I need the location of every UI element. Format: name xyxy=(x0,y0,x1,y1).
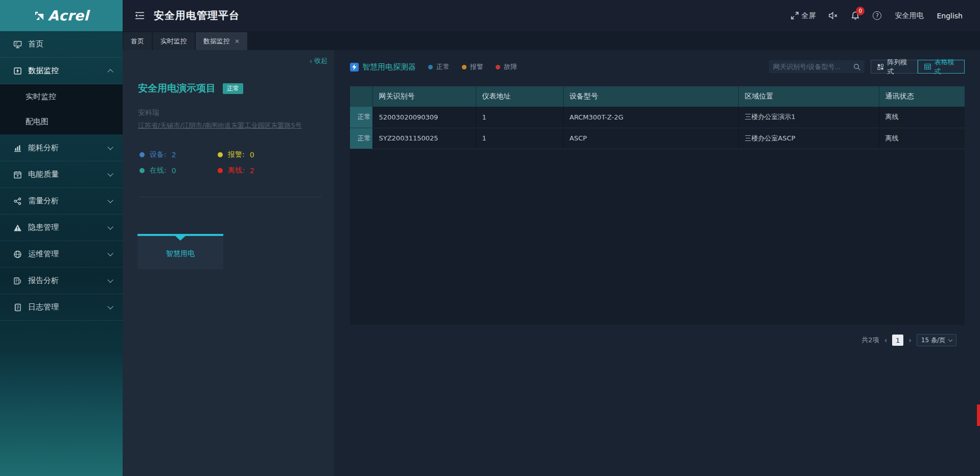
tab-close-icon[interactable]: ✕ xyxy=(235,38,240,45)
fullscreen-button[interactable]: 全屏 xyxy=(791,11,815,20)
array-grid-icon xyxy=(877,63,883,70)
stat-alarms: 报警: 0 xyxy=(218,150,308,159)
table-row[interactable]: 正常 52003020090309 1 ARCM300T-Z-2G 三楼办公室演… xyxy=(350,107,965,128)
tab-label: 实时监控 xyxy=(160,37,187,46)
gateway-tab-label: 智慧用电 xyxy=(137,249,223,258)
sidebar-item-ops-management[interactable]: 运维管理 xyxy=(0,241,123,268)
sidebar-item-label: 日志管理 xyxy=(28,302,102,312)
chevron-down-icon xyxy=(107,197,113,203)
sidebar-item-label: 首页 xyxy=(28,39,112,49)
offline-dot-icon xyxy=(218,168,223,173)
notification-badge: 0 xyxy=(856,7,865,15)
chevron-down-icon xyxy=(107,303,113,309)
collapse-panel-button[interactable]: ‹ 收起 xyxy=(310,56,328,65)
column-status xyxy=(350,86,372,107)
stat-value: 0 xyxy=(172,166,176,175)
sidebar-item-label: 能耗分析 xyxy=(28,143,102,153)
sidebar: 首页 数据监控 实时监控 配电图 能耗分析 电能质量 需量分析 xyxy=(0,31,123,476)
table-mode-button[interactable]: 表格模式 xyxy=(918,60,965,74)
sidebar-item-data-monitor[interactable]: 数据监控 xyxy=(0,58,123,84)
sidebar-item-label: 数据监控 xyxy=(28,66,102,76)
column-device-model: 设备型号 xyxy=(563,86,738,107)
status-legend: 正常 报警 故障 xyxy=(428,62,517,72)
language-switch[interactable]: English xyxy=(937,12,963,20)
sidebar-item-report-analysis[interactable]: 报告分析 xyxy=(0,268,123,294)
sidebar-item-distribution-diagram[interactable]: 配电图 xyxy=(0,109,123,134)
sidebar-item-power-quality[interactable]: 电能质量 xyxy=(0,161,123,188)
cell-device-model: ASCP xyxy=(563,128,738,149)
stat-label: 在线: xyxy=(150,166,167,175)
search-box xyxy=(769,60,865,73)
legend-normal: 正常 xyxy=(428,62,450,72)
chevron-down-icon xyxy=(107,277,113,282)
divider xyxy=(139,197,322,197)
prev-page-button[interactable]: ‹ xyxy=(884,337,888,344)
column-meter-address: 仪表地址 xyxy=(476,86,563,107)
current-page-button[interactable]: 1 xyxy=(892,335,903,346)
sidebar-item-log-management[interactable]: 日志管理 xyxy=(0,294,123,321)
fullscreen-icon xyxy=(791,12,799,19)
column-gateway-id: 网关识别号 xyxy=(372,86,476,107)
sidebar-item-demand-analysis[interactable]: 需量分析 xyxy=(0,188,123,215)
section-title: 智慧用电探测器 xyxy=(362,62,416,72)
search-icon[interactable] xyxy=(853,63,860,70)
share-nodes-icon xyxy=(13,197,22,205)
scrollbar-thumb[interactable] xyxy=(977,404,980,426)
cell-comm-status: 离线 xyxy=(879,107,965,128)
table-row[interactable]: 正常 SYZ20031150025 1 ASCP 三楼办公室ASCP 离线 xyxy=(350,128,965,149)
sidebar-item-label: 需量分析 xyxy=(28,196,102,206)
cell-meter-address: 1 xyxy=(476,128,563,149)
device-dot-icon xyxy=(139,152,145,157)
legend-label: 正常 xyxy=(436,62,450,72)
chevron-left-icon: ‹ xyxy=(310,57,312,65)
sidebar-item-home[interactable]: 首页 xyxy=(0,31,123,58)
tab-smart-electricity[interactable]: 智慧用电 xyxy=(137,234,223,269)
sidebar-item-realtime-monitor[interactable]: 实时监控 xyxy=(0,84,123,109)
log-icon xyxy=(13,303,22,312)
calendar-icon xyxy=(13,170,22,179)
stat-devices: 设备: 2 xyxy=(139,150,218,159)
mode-label: 表格模式 xyxy=(935,58,958,76)
mute-button[interactable] xyxy=(829,12,838,19)
legend-label: 报警 xyxy=(470,62,483,72)
page-size-label: 15 条/页 xyxy=(921,336,945,345)
top-header: Acrel 安全用电管理平台 全屏 0 ? xyxy=(0,0,980,31)
next-page-button[interactable]: › xyxy=(908,337,912,344)
tab-realtime-monitor[interactable]: 实时监控 xyxy=(153,32,195,50)
collapse-label: 收起 xyxy=(314,56,328,65)
legend-fault: 故障 xyxy=(496,62,517,72)
acrel-logo: Acrel xyxy=(0,0,123,31)
table-grid-icon xyxy=(924,63,931,70)
notifications-button[interactable]: 0 xyxy=(851,11,859,20)
stat-label: 设备: xyxy=(150,150,167,159)
stat-value: 2 xyxy=(172,151,176,159)
question-icon: ? xyxy=(873,11,881,20)
legend-label: 故障 xyxy=(504,62,517,72)
tab-home[interactable]: 首页 xyxy=(123,32,152,50)
acrel-logo-text: Acrel xyxy=(48,8,89,23)
project-panel: ‹ 收起 安全用电演示项目 正常 安科瑞 江苏省/无锡市/江阴市/南闸街道东盟工… xyxy=(123,50,334,476)
warning-icon xyxy=(13,223,22,232)
page-size-select[interactable]: 15 条/页 xyxy=(917,334,956,346)
chevron-down-icon xyxy=(948,337,952,341)
tab-data-monitor[interactable]: 数据监控 ✕ xyxy=(196,32,247,50)
search-input[interactable] xyxy=(773,63,850,70)
row-status-badge: 正常 xyxy=(350,107,372,128)
sidebar-item-energy-analysis[interactable]: 能耗分析 xyxy=(0,135,123,161)
project-stats: 设备: 2 报警: 0 在线: 0 离线: 2 xyxy=(139,150,308,175)
cell-device-model: ARCM300T-Z-2G xyxy=(563,107,738,128)
main-content: 智慧用电探测器 正常 报警 故障 阵列模式 xyxy=(334,50,980,476)
chevron-down-icon xyxy=(107,224,113,229)
sidebar-item-hazard-management[interactable]: 隐患管理 xyxy=(0,215,123,241)
legend-alarm: 报警 xyxy=(462,62,483,72)
device-table: 网关识别号 仪表地址 设备型号 区域位置 通讯状态 正常 52003020090… xyxy=(350,86,965,149)
array-mode-button[interactable]: 阵列模式 xyxy=(871,60,918,74)
menu-fold-icon[interactable] xyxy=(135,12,145,19)
detector-icon xyxy=(350,63,359,72)
help-button[interactable]: ? xyxy=(873,11,881,20)
product-menu[interactable]: 安全用电 xyxy=(895,11,923,20)
stat-label: 报警: xyxy=(228,150,245,159)
table-header-row: 网关识别号 仪表地址 设备型号 区域位置 通讯状态 xyxy=(350,86,965,107)
fault-dot-icon xyxy=(496,65,500,69)
stat-value: 0 xyxy=(250,151,254,159)
